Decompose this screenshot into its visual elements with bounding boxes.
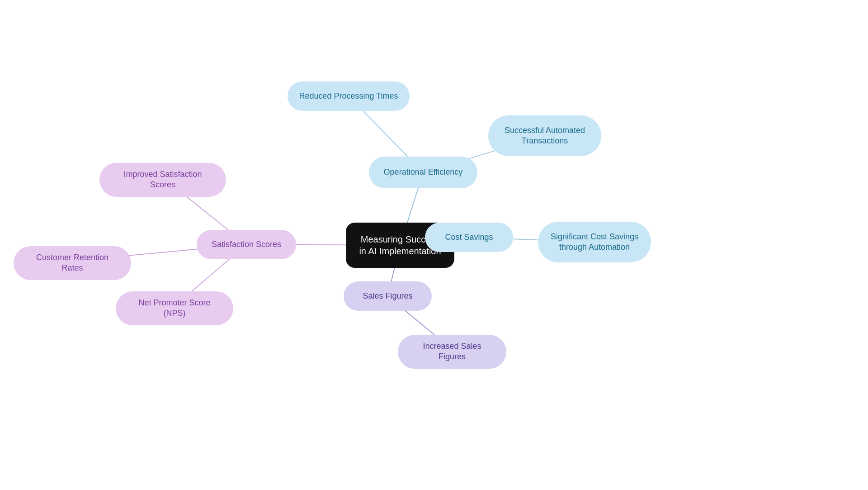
mindmap-node-improvedSatisfactionScores: Improved Satisfaction Scores <box>99 163 226 197</box>
mindmap-node-satisfactionScores: Satisfaction Scores <box>197 230 296 259</box>
mindmap-node-operationalEfficiency: Operational Efficiency <box>369 157 477 188</box>
mindmap-node-costSavings: Cost Savings <box>425 223 513 252</box>
mindmap-node-increasedSalesFigures: Increased Sales Figures <box>398 335 506 369</box>
mindmap-node-customerRetentionRates: Customer Retention Rates <box>14 246 131 280</box>
mindmap-node-reducedProcessingTimes: Reduced Processing Times <box>288 81 410 111</box>
mindmap-node-netPromoterScore: Net Promoter Score (NPS) <box>116 291 233 325</box>
mindmap-node-salesFigures: Sales Figures <box>344 281 432 311</box>
mindmap-node-significantCostSavings: Significant Cost Savings through Automat… <box>538 222 651 262</box>
mindmap-node-successfulAutomatedTransactions: Successful Automated Transactions <box>488 115 601 156</box>
